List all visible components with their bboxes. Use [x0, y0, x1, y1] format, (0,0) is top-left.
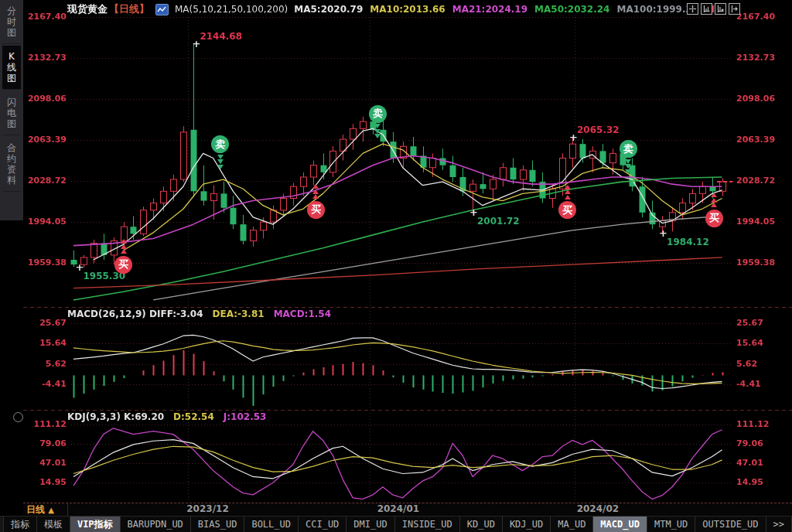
buy-triangle-icon: [121, 249, 127, 254]
tab-vip[interactable]: VIP指标: [70, 517, 121, 532]
sell-triangle-icon: [217, 155, 224, 159]
sidebar-item-4[interactable]: 合约资料: [2, 137, 21, 192]
price-tick-right-4: 2063.39: [736, 135, 792, 145]
macd-panel-header: MACD(26,12,9) DIFF:-3.04DEA:-3.81MACD:1.…: [67, 309, 331, 319]
sidebar-item-char: 分: [2, 5, 21, 16]
sidebar-item-char: 约: [2, 153, 21, 164]
ma-value-3: MA21:2024.19: [452, 4, 527, 15]
price-tick-right-5: 2028.72: [736, 176, 792, 186]
sell-triangle-icon: [625, 159, 631, 164]
price-annotation: 2065.32: [577, 124, 620, 135]
tab-kdj_ud[interactable]: KDJ_UD: [503, 517, 551, 532]
tab-[interactable]: 指标: [4, 517, 37, 532]
buy-triangle-icon: [711, 193, 717, 197]
macd-header-item-2: DEA:-3.81: [213, 309, 265, 319]
sell-signal-marker: 卖: [369, 105, 387, 123]
sidebar-item-char: 合: [2, 142, 21, 153]
kdj-header-item-1: KDJ(9,3,3) K:69.20: [67, 411, 164, 422]
line-chart-icon[interactable]: [155, 4, 169, 15]
sidebar-item-char: 资: [2, 164, 21, 175]
buy-triangle-icon: [711, 203, 717, 207]
sell-triangle-icon: [625, 169, 631, 174]
indicator-tab-bar: 指标模板VIP指标BARUPDN_UDBIAS_UDBOLL_UDCCI_UDD…: [0, 516, 792, 532]
tab-mtm_ud[interactable]: MTM_UD: [647, 517, 695, 532]
price-annotation: 2001.72: [477, 216, 520, 227]
symbol-name: 现货黄金: [67, 2, 108, 16]
axis-left-icon[interactable]: [701, 3, 712, 15]
price-annotation: 1984.12: [667, 237, 709, 247]
tab-[interactable]: 模板: [37, 517, 70, 532]
tab-dmi_ud[interactable]: DMI_UD: [346, 517, 394, 532]
buy-triangle-icon: [121, 239, 127, 244]
chart-type-sidebar: 分时图K线图闪电图合约资料: [0, 0, 23, 510]
kdj-tick-left-3: 47.01: [23, 458, 67, 468]
divider: [67, 503, 68, 516]
kdj-tick-left-1: 111.12: [23, 419, 67, 429]
sell-signal-marker: 卖: [620, 140, 637, 158]
sidebar-item-2[interactable]: K线图: [2, 46, 21, 90]
macd-tick-left-2: 15.64: [23, 338, 67, 348]
price-tick-left-6: 1994.05: [23, 217, 67, 227]
price-tick-right-2: 2132.73: [736, 53, 792, 63]
price-tick-right-6: 1994.05: [736, 217, 792, 227]
kdj-header-item-2: D:52.54: [173, 411, 214, 422]
tab-outside_ud[interactable]: OUTSIDE_UD: [695, 517, 766, 532]
export-icon[interactable]: [729, 3, 740, 15]
buy-signal-marker: 买: [307, 201, 325, 219]
buy-triangle-icon: [121, 244, 127, 249]
sidebar-item-1[interactable]: 分时图: [2, 0, 21, 44]
kdj-panel-header: KDJ(9,3,3) K:69.20D:52.54J:102.53: [67, 411, 266, 422]
price-tick-right-1: 2167.40: [736, 12, 792, 22]
tab-[interactable]: >>: [766, 517, 792, 532]
sidebar-item-char: 图: [2, 27, 21, 38]
macd-tick-left-4: -4.41: [23, 379, 67, 389]
tab-bias_ud[interactable]: BIAS_UD: [191, 517, 245, 532]
tab-macd_ud[interactable]: MACD_UD: [593, 517, 647, 532]
kdj-tick-left-4: 14.95: [23, 477, 67, 487]
macd-tick-left-3: 5.62: [23, 359, 67, 369]
kdj-tick-right-4: 14.95: [736, 477, 792, 487]
price-annotation: 2144.68: [200, 31, 242, 42]
chart-header: 现货黄金【日线】 MA(5,10,21,50,100,200) MA5:2020…: [67, 2, 736, 16]
sidebar-item-char: K: [2, 51, 21, 62]
axis-right-icon[interactable]: [715, 3, 726, 15]
chevron-up-icon: ▲: [48, 506, 54, 514]
macd-header-item-3: MACD:1.54: [274, 309, 331, 319]
timeframe-selector[interactable]: 日线 ▲: [26, 503, 54, 517]
buy-signal-marker: 买: [705, 210, 723, 227]
indicator-settings-icon[interactable]: [13, 412, 23, 422]
tab-kd_ud[interactable]: KD_UD: [460, 517, 503, 532]
sidebar-item-3[interactable]: 闪电图: [2, 91, 21, 135]
tab-boll_ud[interactable]: BOLL_UD: [244, 517, 299, 532]
macd-tick-right-2: 15.64: [736, 338, 792, 348]
tab-barupdn_ud[interactable]: BARUPDN_UD: [121, 517, 191, 532]
sidebar-item-char: 线: [2, 62, 21, 73]
macd-tick-right-3: 5.62: [736, 359, 792, 369]
ma-group-label: MA(5,10,21,50,100,200): [175, 4, 288, 15]
tab-cci_ud[interactable]: CCI_UD: [299, 517, 346, 532]
buy-triangle-icon: [565, 189, 571, 194]
macd-tick-right-1: 25.67: [736, 318, 792, 328]
macd-header-item-1: MACD(26,12,9) DIFF:-3.04: [67, 309, 203, 319]
x-axis-strip: 日线 ▲ 2023/122024/012024/02: [23, 503, 792, 516]
price-tick-right-7: 1959.38: [736, 257, 792, 268]
x-date-3: 2024/02: [577, 503, 619, 514]
buy-triangle-icon: [565, 185, 571, 189]
x-date-2: 2024/01: [377, 503, 419, 514]
tab-ma_ud[interactable]: MA_UD: [551, 517, 593, 532]
sell-triangle-icon: [217, 159, 224, 164]
crosshair-icon[interactable]: [687, 3, 698, 15]
trading-app-window: 分时图K线图闪电图合约资料 现货黄金【日线】 MA(5,10,21,50,100…: [0, 0, 792, 532]
sidebar-item-char: 电: [2, 107, 21, 118]
price-tick-left-1: 2167.40: [23, 12, 67, 22]
price-tick-left-4: 2063.39: [23, 135, 67, 145]
ma-value-1: MA5:2020.79: [294, 4, 363, 15]
buy-triangle-icon: [312, 194, 319, 199]
sidebar-item-char: 闪: [2, 97, 21, 107]
price-chart-canvas[interactable]: [23, 0, 792, 503]
ma-values: MA5:2020.79MA10:2013.66MA21:2024.19MA50:…: [294, 4, 722, 15]
price-tick-left-5: 2028.72: [23, 176, 67, 186]
buy-triangle-icon: [312, 184, 319, 189]
kdj-tick-right-1: 111.12: [736, 419, 792, 429]
tab-inside_ud[interactable]: INSIDE_UD: [395, 517, 460, 532]
